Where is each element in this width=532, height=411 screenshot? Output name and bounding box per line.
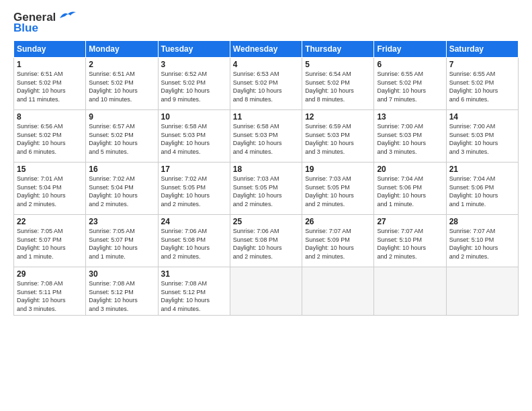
day-info: Sunrise: 7:07 AM Sunset: 5:10 PM Dayligh… <box>449 227 515 261</box>
calendar-cell: 8Sunrise: 6:56 AM Sunset: 5:02 PM Daylig… <box>14 110 86 163</box>
logo: General Blue <box>13 11 76 35</box>
calendar-cell <box>230 267 302 316</box>
calendar-cell: 2Sunrise: 6:51 AM Sunset: 5:02 PM Daylig… <box>86 58 158 110</box>
calendar-cell: 10Sunrise: 6:58 AM Sunset: 5:03 PM Dayli… <box>158 110 230 163</box>
weekday-header-thursday: Thursday <box>302 41 374 58</box>
weekday-header-friday: Friday <box>374 41 446 58</box>
day-info: Sunrise: 6:54 AM Sunset: 5:02 PM Dayligh… <box>305 70 371 103</box>
day-info: Sunrise: 7:05 AM Sunset: 5:07 PM Dayligh… <box>17 227 83 261</box>
calendar-cell: 6Sunrise: 6:55 AM Sunset: 5:02 PM Daylig… <box>374 58 446 110</box>
calendar-cell: 18Sunrise: 7:03 AM Sunset: 5:05 PM Dayli… <box>230 163 302 215</box>
weekday-header-tuesday: Tuesday <box>158 41 230 58</box>
calendar-cell: 22Sunrise: 7:05 AM Sunset: 5:07 PM Dayli… <box>14 215 86 267</box>
day-number: 8 <box>17 112 83 122</box>
day-number: 13 <box>377 112 443 122</box>
day-number: 31 <box>161 269 227 279</box>
day-info: Sunrise: 7:06 AM Sunset: 5:08 PM Dayligh… <box>233 227 299 261</box>
header: General Blue <box>13 11 519 35</box>
calendar-cell: 26Sunrise: 7:07 AM Sunset: 5:09 PM Dayli… <box>302 215 374 267</box>
day-info: Sunrise: 7:04 AM Sunset: 5:06 PM Dayligh… <box>377 175 443 208</box>
day-info: Sunrise: 7:00 AM Sunset: 5:03 PM Dayligh… <box>449 122 515 156</box>
day-info: Sunrise: 7:08 AM Sunset: 5:12 PM Dayligh… <box>89 279 154 313</box>
day-info: Sunrise: 7:00 AM Sunset: 5:03 PM Dayligh… <box>377 122 443 156</box>
day-number: 24 <box>161 217 227 226</box>
weekday-header-wednesday: Wednesday <box>230 41 302 58</box>
calendar-cell <box>374 267 446 316</box>
calendar-cell: 4Sunrise: 6:53 AM Sunset: 5:02 PM Daylig… <box>230 58 302 110</box>
day-info: Sunrise: 7:02 AM Sunset: 5:04 PM Dayligh… <box>89 175 154 208</box>
calendar-table: SundayMondayTuesdayWednesdayThursdayFrid… <box>13 40 519 316</box>
day-number: 2 <box>89 60 154 69</box>
day-info: Sunrise: 7:03 AM Sunset: 5:05 PM Dayligh… <box>305 175 371 208</box>
day-number: 11 <box>233 112 299 122</box>
day-number: 1 <box>17 60 83 69</box>
logo-bird-icon <box>57 10 76 22</box>
day-info: Sunrise: 6:57 AM Sunset: 5:02 PM Dayligh… <box>89 122 154 156</box>
day-info: Sunrise: 7:06 AM Sunset: 5:08 PM Dayligh… <box>161 227 227 261</box>
calendar-cell: 30Sunrise: 7:08 AM Sunset: 5:12 PM Dayli… <box>86 267 158 316</box>
weekday-header-monday: Monday <box>86 41 158 58</box>
day-info: Sunrise: 6:55 AM Sunset: 5:02 PM Dayligh… <box>377 70 443 103</box>
calendar-cell: 31Sunrise: 7:08 AM Sunset: 5:12 PM Dayli… <box>158 267 230 316</box>
day-info: Sunrise: 6:55 AM Sunset: 5:02 PM Dayligh… <box>449 70 515 103</box>
calendar-cell: 7Sunrise: 6:55 AM Sunset: 5:02 PM Daylig… <box>446 58 518 110</box>
day-info: Sunrise: 7:07 AM Sunset: 5:10 PM Dayligh… <box>377 227 443 261</box>
day-number: 17 <box>161 165 227 174</box>
calendar-cell <box>302 267 374 316</box>
calendar-cell: 27Sunrise: 7:07 AM Sunset: 5:10 PM Dayli… <box>374 215 446 267</box>
day-info: Sunrise: 7:03 AM Sunset: 5:05 PM Dayligh… <box>233 175 299 208</box>
day-number: 22 <box>17 217 83 226</box>
day-info: Sunrise: 6:59 AM Sunset: 5:03 PM Dayligh… <box>305 122 371 156</box>
day-number: 9 <box>89 112 154 122</box>
calendar-cell <box>446 267 518 316</box>
day-info: Sunrise: 6:52 AM Sunset: 5:02 PM Dayligh… <box>161 70 227 103</box>
day-number: 14 <box>449 112 515 122</box>
weekday-header-sunday: Sunday <box>14 41 86 58</box>
day-info: Sunrise: 6:51 AM Sunset: 5:02 PM Dayligh… <box>17 70 83 103</box>
day-number: 20 <box>377 165 443 174</box>
day-number: 25 <box>233 217 299 226</box>
calendar-cell: 20Sunrise: 7:04 AM Sunset: 5:06 PM Dayli… <box>374 163 446 215</box>
day-number: 30 <box>89 269 154 279</box>
day-info: Sunrise: 6:56 AM Sunset: 5:02 PM Dayligh… <box>17 122 83 156</box>
calendar-cell: 17Sunrise: 7:02 AM Sunset: 5:05 PM Dayli… <box>158 163 230 215</box>
calendar-cell: 11Sunrise: 6:58 AM Sunset: 5:03 PM Dayli… <box>230 110 302 163</box>
day-number: 15 <box>17 165 83 174</box>
day-info: Sunrise: 7:01 AM Sunset: 5:04 PM Dayligh… <box>17 175 83 208</box>
day-info: Sunrise: 7:05 AM Sunset: 5:07 PM Dayligh… <box>89 227 154 261</box>
day-number: 21 <box>449 165 515 174</box>
day-number: 19 <box>305 165 371 174</box>
day-info: Sunrise: 7:02 AM Sunset: 5:05 PM Dayligh… <box>161 175 227 208</box>
day-info: Sunrise: 6:51 AM Sunset: 5:02 PM Dayligh… <box>89 70 154 103</box>
day-number: 3 <box>161 60 227 69</box>
day-info: Sunrise: 6:53 AM Sunset: 5:02 PM Dayligh… <box>233 70 299 103</box>
day-number: 10 <box>161 112 227 122</box>
calendar-cell: 13Sunrise: 7:00 AM Sunset: 5:03 PM Dayli… <box>374 110 446 163</box>
day-info: Sunrise: 7:08 AM Sunset: 5:11 PM Dayligh… <box>17 279 83 313</box>
calendar-cell: 24Sunrise: 7:06 AM Sunset: 5:08 PM Dayli… <box>158 215 230 267</box>
calendar-cell: 1Sunrise: 6:51 AM Sunset: 5:02 PM Daylig… <box>14 58 86 110</box>
page: General Blue SundayMondayTuesdayWednesda… <box>0 0 532 322</box>
day-number: 28 <box>449 217 515 226</box>
calendar-cell: 15Sunrise: 7:01 AM Sunset: 5:04 PM Dayli… <box>14 163 86 215</box>
calendar-cell: 19Sunrise: 7:03 AM Sunset: 5:05 PM Dayli… <box>302 163 374 215</box>
weekday-header-saturday: Saturday <box>446 41 518 58</box>
calendar-cell: 28Sunrise: 7:07 AM Sunset: 5:10 PM Dayli… <box>446 215 518 267</box>
day-number: 23 <box>89 217 154 226</box>
day-number: 27 <box>377 217 443 226</box>
calendar-cell: 16Sunrise: 7:02 AM Sunset: 5:04 PM Dayli… <box>86 163 158 215</box>
calendar-cell: 3Sunrise: 6:52 AM Sunset: 5:02 PM Daylig… <box>158 58 230 110</box>
day-info: Sunrise: 6:58 AM Sunset: 5:03 PM Dayligh… <box>233 122 299 156</box>
calendar-cell: 21Sunrise: 7:04 AM Sunset: 5:06 PM Dayli… <box>446 163 518 215</box>
calendar-cell: 9Sunrise: 6:57 AM Sunset: 5:02 PM Daylig… <box>86 110 158 163</box>
day-number: 6 <box>377 60 443 69</box>
day-number: 12 <box>305 112 371 122</box>
header-row: SundayMondayTuesdayWednesdayThursdayFrid… <box>14 41 519 58</box>
day-number: 16 <box>89 165 154 174</box>
calendar-cell: 25Sunrise: 7:06 AM Sunset: 5:08 PM Dayli… <box>230 215 302 267</box>
logo-blue: Blue <box>13 21 38 35</box>
day-number: 4 <box>233 60 299 69</box>
day-info: Sunrise: 7:04 AM Sunset: 5:06 PM Dayligh… <box>449 175 515 208</box>
calendar-cell: 23Sunrise: 7:05 AM Sunset: 5:07 PM Dayli… <box>86 215 158 267</box>
calendar-cell: 14Sunrise: 7:00 AM Sunset: 5:03 PM Dayli… <box>446 110 518 163</box>
